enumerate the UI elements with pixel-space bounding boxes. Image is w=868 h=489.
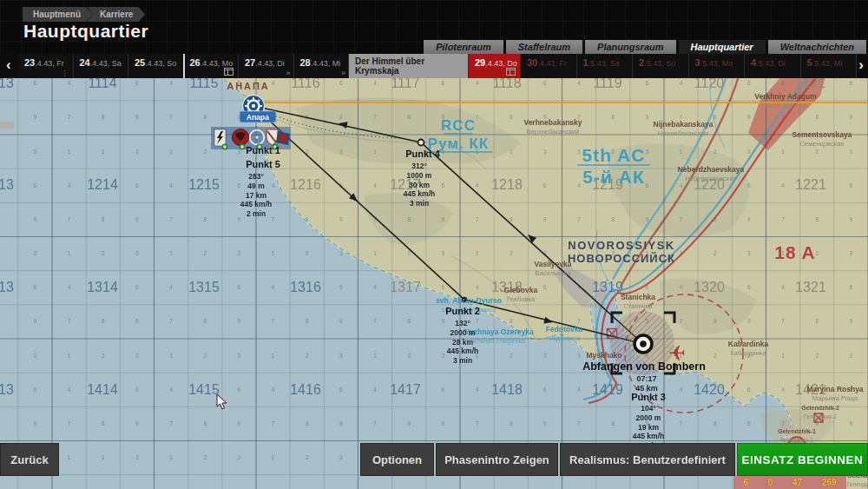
grid-subcell-digit: 3 — [543, 149, 547, 155]
grid-subcell-digit: 4 — [781, 80, 785, 86]
village-label: Stanichka — [621, 293, 655, 301]
village-label: Maryina Roshya — [806, 385, 863, 393]
village-label: Glebovka — [504, 286, 538, 294]
grid-subcell-digit: 1 — [781, 149, 785, 155]
village-label: Sementsovskaya — [792, 130, 852, 139]
city-label: NOVOROSSIYSK — [568, 239, 674, 252]
grid-subcell-digit: 8 — [306, 420, 309, 426]
grid-subcell-digit: 9 — [238, 318, 241, 324]
timeline-next-arrow[interactable]: › — [858, 56, 864, 74]
anapa-airfield-tag[interactable]: Anapa — [240, 111, 276, 122]
waypoint-info: 17 km — [246, 191, 267, 200]
grid-subcell-digit: 7 — [476, 216, 479, 222]
grid-subcell-digit: 3 — [442, 353, 445, 359]
timeline-day-28-4-43----[interactable]: 28.4.43, Mi» — [294, 54, 350, 78]
timeline-day-26-4-43----[interactable]: 26.4.43, Mo — [184, 54, 240, 78]
grid-subcell-digit: 3 — [850, 149, 853, 155]
grid-subcell-digit: 7 — [680, 216, 683, 222]
timeline-day-4-5-43----[interactable]: 4.5.43, Di — [745, 54, 801, 78]
room-tabs: PilotenraumStaffelraumPlanungsraumHauptq… — [424, 40, 866, 55]
button-realismus-benutzerdefiniert[interactable]: Realismus: Benutzerdefiniert — [560, 443, 735, 476]
grid-subcell-digit: 4 — [169, 387, 173, 393]
button-einsatz-beginnen[interactable]: EINSATZ BEGINNEN — [737, 443, 868, 476]
tab-planungsraum[interactable]: Planungsraum — [585, 40, 675, 55]
grid-subcell-digit: 7 — [169, 114, 173, 120]
grid-subcell-digit: 1 — [781, 353, 785, 359]
objective-label[interactable]: Abfangen von Bombern — [582, 360, 706, 373]
waypoint-label-punkt-1[interactable]: Punkt 1 — [246, 145, 280, 155]
timeline-day-24-4-43----[interactable]: 24.4.43, Sa — [74, 54, 129, 78]
grid-subcell-digit: 8 — [815, 114, 819, 120]
timeline-day-27-4-43----[interactable]: 27.4.43, Di» — [239, 54, 294, 78]
grid-subcell-digit: 3 — [238, 454, 241, 460]
svg-text:Anapa: Anapa — [247, 113, 269, 122]
grid-subcell-digit: 4 — [272, 387, 275, 393]
tab-staffelraum[interactable]: Staffelraum — [506, 40, 582, 55]
grid-subcell-digit: 3 — [135, 250, 139, 256]
grid-subcell-digit: 8 — [102, 318, 105, 324]
tab-hauptquartier[interactable]: Hauptquartier — [679, 40, 766, 55]
grid-subcell-digit: 9 — [543, 420, 547, 426]
grid-subcell-digit: 6 — [646, 284, 649, 290]
waypoint-label-punkt-5[interactable]: Punkt 5 — [246, 159, 280, 169]
grid-subcell-digit: 2 — [102, 250, 105, 256]
grid-subcell-digit: 9 — [442, 318, 445, 324]
tab-weltnachrichten[interactable]: Weltnachrichten — [768, 40, 866, 55]
grid-subcell-digit: 9 — [646, 114, 649, 120]
stat-value: 0 — [768, 478, 773, 487]
grid-subcell-digit: 4 — [169, 80, 173, 86]
grid-subcell-digit: 8 — [510, 420, 513, 426]
grid-subcell-digit: 4 — [781, 387, 785, 393]
grid-subcell-digit: 7 — [781, 318, 785, 324]
timeline-day-25-4-43----[interactable]: 25.4.43, So — [128, 54, 184, 78]
village-label-cyrillic: Геленджик — [847, 481, 868, 488]
tab-pilotenraum[interactable]: Pilotenraum — [424, 40, 503, 55]
grid-subcell-digit: 3 — [135, 353, 139, 359]
grid-subcell-digit: 3 — [34, 250, 37, 256]
waypoint-label-punkt-3[interactable]: Punkt 3 — [631, 392, 666, 402]
grid-subcell-digit: 8 — [713, 318, 717, 324]
waypoint-info: 283° — [248, 172, 264, 181]
grid-subcell-digit: 8 — [510, 114, 513, 120]
button-optionen[interactable]: Optionen — [360, 443, 434, 476]
grid-square-label: 1316 — [290, 280, 321, 294]
grid-subcell-digit: 6 — [747, 284, 751, 290]
grid-subcell-digit: 3 — [850, 353, 853, 359]
grid-subcell-digit: 6 — [543, 387, 547, 393]
timeline-prev-arrow[interactable]: ‹ — [6, 56, 11, 74]
grid-subcell-digit: 3 — [747, 149, 751, 155]
village-label-cyrillic: Геленджик-2 — [804, 413, 837, 420]
timeline-day-29-4-43----[interactable]: 29.4.43, Do — [469, 54, 521, 78]
grid-subcell-digit: 9 — [339, 420, 343, 426]
timeline-day-5-5-43----[interactable]: 5.5.43, Mi — [801, 54, 858, 78]
timeline-day-30-4-43----[interactable]: 30.4.43, Fr — [521, 54, 577, 78]
timeline-day-3-5-43----[interactable]: 3.5.43, Mo — [689, 54, 746, 78]
breadcrumb-karriere[interactable]: Karriere — [87, 7, 145, 22]
grid-square-label: 1414 — [87, 382, 118, 397]
campaign-map[interactable]: 6936936936934678912346789123467891234678… — [0, 74, 868, 489]
grid-subcell-digit: 2 — [815, 250, 819, 256]
stat-value: 47 — [792, 478, 802, 487]
button-zur-ck[interactable]: Zurück — [0, 443, 59, 476]
grid-square-label: 1415 — [188, 382, 220, 397]
grid-square-label: 1221 — [795, 177, 826, 192]
village-label: Nijnebakanskaya — [654, 120, 713, 129]
grid-subcell-digit: 8 — [815, 420, 819, 426]
waypoint-4-marker[interactable] — [418, 140, 424, 146]
waypoint-label-punkt-2[interactable]: Punkt 2 — [445, 306, 480, 316]
grid-subcell-digit: 6 — [442, 80, 445, 86]
timeline-event-cell[interactable]: Der Himmel über Krymskaja — [349, 54, 469, 78]
grid-subcell-digit: 4 — [169, 182, 173, 188]
grid-subcell-digit: 9 — [747, 114, 751, 120]
grid-subcell-digit: 2 — [203, 454, 207, 460]
grid-square-label: 1214 — [87, 177, 118, 192]
waypoint-label-punkt-4[interactable]: Punkt 4 — [405, 149, 441, 159]
grid-subcell-digit: 2 — [203, 353, 207, 359]
grid-subcell-digit: 2 — [306, 353, 309, 359]
timeline-day-2-5-43----[interactable]: 2.5.43, So — [633, 54, 689, 78]
breadcrumb-hauptmenu[interactable]: Hauptmenü — [23, 7, 93, 22]
timeline-day-1-5-43----[interactable]: 1.5.43, Sa — [577, 54, 634, 78]
village-label-cyrillic: Кабардинка — [730, 349, 766, 357]
button-phasenintro-zeigen[interactable]: Phasenintro Zeigen — [436, 443, 558, 476]
timeline-day-23-4-43----[interactable]: 23.4.43, Fr⋮ — [18, 54, 74, 78]
